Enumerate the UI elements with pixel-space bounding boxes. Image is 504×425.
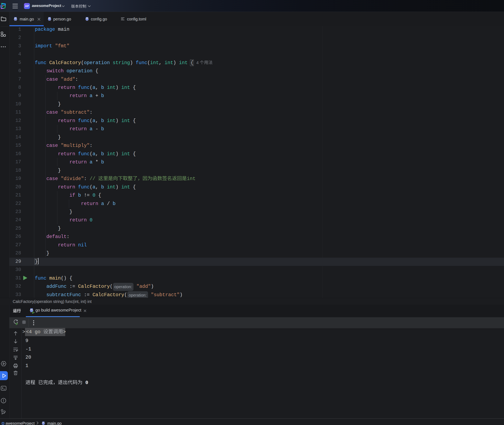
svg-text:GO: GO	[2, 5, 5, 7]
